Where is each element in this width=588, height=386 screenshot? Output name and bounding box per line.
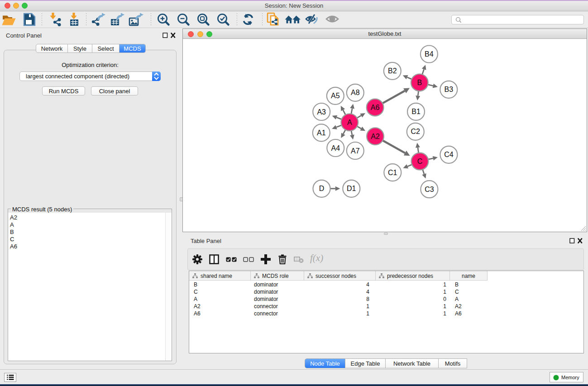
svg-text:B: B [417,79,422,86]
svg-text:B1: B1 [411,108,421,115]
svg-text:B3: B3 [445,86,454,93]
svg-text:D1: D1 [347,185,356,192]
svg-text:A6: A6 [371,104,380,111]
svg-text:C1: C1 [388,169,397,176]
svg-text:B4: B4 [425,50,434,58]
svg-text:C4: C4 [444,151,454,158]
svg-text:A7: A7 [351,147,360,155]
svg-text:C2: C2 [411,128,421,135]
svg-text:C3: C3 [425,186,434,193]
svg-text:D: D [319,185,325,192]
svg-text:B2: B2 [388,67,397,75]
svg-text:A5: A5 [331,92,340,100]
svg-text:C: C [417,157,423,165]
svg-text:A2: A2 [371,133,380,140]
svg-text:A1: A1 [317,129,326,137]
svg-text:A4: A4 [331,144,340,152]
svg-text:A: A [347,119,352,126]
svg-text:A8: A8 [351,89,360,96]
svg-text:A3: A3 [317,108,326,116]
